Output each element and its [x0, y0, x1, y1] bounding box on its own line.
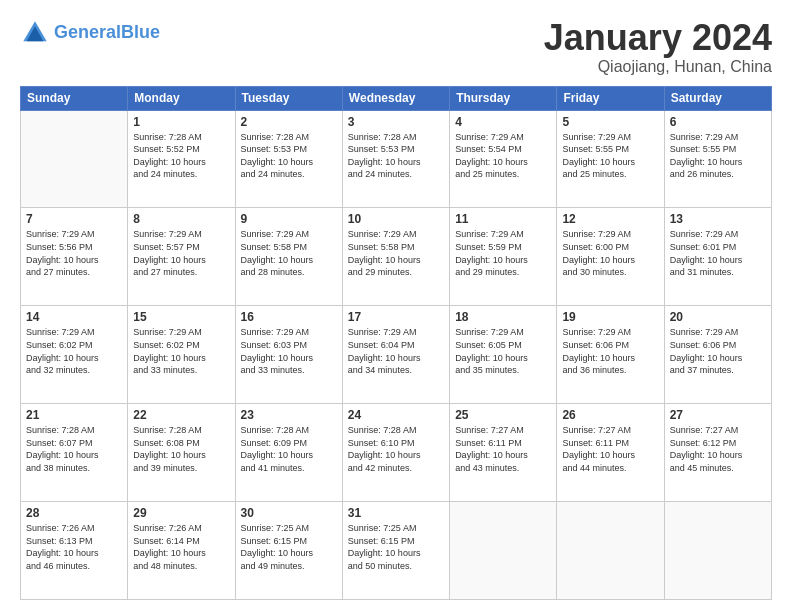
calendar-cell: 7Sunrise: 7:29 AM Sunset: 5:56 PM Daylig… [21, 208, 128, 306]
calendar-cell: 20Sunrise: 7:29 AM Sunset: 6:06 PM Dayli… [664, 306, 771, 404]
calendar-week-row: 7Sunrise: 7:29 AM Sunset: 5:56 PM Daylig… [21, 208, 772, 306]
day-number: 11 [455, 212, 551, 226]
calendar-cell: 21Sunrise: 7:28 AM Sunset: 6:07 PM Dayli… [21, 404, 128, 502]
day-info: Sunrise: 7:27 AM Sunset: 6:11 PM Dayligh… [562, 424, 658, 474]
day-info: Sunrise: 7:29 AM Sunset: 5:56 PM Dayligh… [26, 228, 122, 278]
day-number: 4 [455, 115, 551, 129]
day-info: Sunrise: 7:26 AM Sunset: 6:14 PM Dayligh… [133, 522, 229, 572]
header: GeneralBlue January 2024 Qiaojiang, Huna… [20, 18, 772, 76]
day-number: 8 [133, 212, 229, 226]
day-info: Sunrise: 7:28 AM Sunset: 5:53 PM Dayligh… [348, 131, 444, 181]
calendar-cell: 10Sunrise: 7:29 AM Sunset: 5:58 PM Dayli… [342, 208, 449, 306]
day-info: Sunrise: 7:29 AM Sunset: 6:01 PM Dayligh… [670, 228, 766, 278]
logo: GeneralBlue [20, 18, 160, 48]
day-info: Sunrise: 7:29 AM Sunset: 6:04 PM Dayligh… [348, 326, 444, 376]
logo-icon [20, 18, 50, 48]
day-number: 18 [455, 310, 551, 324]
day-info: Sunrise: 7:27 AM Sunset: 6:11 PM Dayligh… [455, 424, 551, 474]
calendar-cell: 16Sunrise: 7:29 AM Sunset: 6:03 PM Dayli… [235, 306, 342, 404]
day-number: 28 [26, 506, 122, 520]
calendar-cell: 11Sunrise: 7:29 AM Sunset: 5:59 PM Dayli… [450, 208, 557, 306]
calendar-cell: 25Sunrise: 7:27 AM Sunset: 6:11 PM Dayli… [450, 404, 557, 502]
calendar-cell: 17Sunrise: 7:29 AM Sunset: 6:04 PM Dayli… [342, 306, 449, 404]
calendar-cell: 29Sunrise: 7:26 AM Sunset: 6:14 PM Dayli… [128, 502, 235, 600]
calendar-cell: 27Sunrise: 7:27 AM Sunset: 6:12 PM Dayli… [664, 404, 771, 502]
day-info: Sunrise: 7:29 AM Sunset: 5:58 PM Dayligh… [348, 228, 444, 278]
day-info: Sunrise: 7:28 AM Sunset: 6:10 PM Dayligh… [348, 424, 444, 474]
day-number: 25 [455, 408, 551, 422]
day-number: 21 [26, 408, 122, 422]
calendar-cell: 30Sunrise: 7:25 AM Sunset: 6:15 PM Dayli… [235, 502, 342, 600]
logo-general: General [54, 22, 121, 42]
day-info: Sunrise: 7:29 AM Sunset: 5:54 PM Dayligh… [455, 131, 551, 181]
day-number: 30 [241, 506, 337, 520]
logo-blue: Blue [121, 22, 160, 42]
day-number: 2 [241, 115, 337, 129]
day-number: 9 [241, 212, 337, 226]
day-header-friday: Friday [557, 86, 664, 110]
day-info: Sunrise: 7:26 AM Sunset: 6:13 PM Dayligh… [26, 522, 122, 572]
day-number: 1 [133, 115, 229, 129]
day-header-tuesday: Tuesday [235, 86, 342, 110]
calendar-cell: 15Sunrise: 7:29 AM Sunset: 6:02 PM Dayli… [128, 306, 235, 404]
calendar-week-row: 28Sunrise: 7:26 AM Sunset: 6:13 PM Dayli… [21, 502, 772, 600]
day-number: 14 [26, 310, 122, 324]
day-info: Sunrise: 7:29 AM Sunset: 6:06 PM Dayligh… [670, 326, 766, 376]
logo-text: GeneralBlue [54, 23, 160, 43]
day-info: Sunrise: 7:25 AM Sunset: 6:15 PM Dayligh… [241, 522, 337, 572]
day-number: 19 [562, 310, 658, 324]
calendar-cell: 14Sunrise: 7:29 AM Sunset: 6:02 PM Dayli… [21, 306, 128, 404]
calendar-cell [557, 502, 664, 600]
day-header-monday: Monday [128, 86, 235, 110]
calendar-week-row: 14Sunrise: 7:29 AM Sunset: 6:02 PM Dayli… [21, 306, 772, 404]
calendar-cell: 19Sunrise: 7:29 AM Sunset: 6:06 PM Dayli… [557, 306, 664, 404]
day-number: 5 [562, 115, 658, 129]
day-header-saturday: Saturday [664, 86, 771, 110]
calendar-header-row: SundayMondayTuesdayWednesdayThursdayFrid… [21, 86, 772, 110]
day-number: 6 [670, 115, 766, 129]
day-number: 26 [562, 408, 658, 422]
day-info: Sunrise: 7:29 AM Sunset: 6:05 PM Dayligh… [455, 326, 551, 376]
day-info: Sunrise: 7:28 AM Sunset: 6:07 PM Dayligh… [26, 424, 122, 474]
day-info: Sunrise: 7:28 AM Sunset: 6:09 PM Dayligh… [241, 424, 337, 474]
day-info: Sunrise: 7:25 AM Sunset: 6:15 PM Dayligh… [348, 522, 444, 572]
day-info: Sunrise: 7:29 AM Sunset: 6:00 PM Dayligh… [562, 228, 658, 278]
calendar-week-row: 1Sunrise: 7:28 AM Sunset: 5:52 PM Daylig… [21, 110, 772, 208]
day-number: 13 [670, 212, 766, 226]
calendar-cell: 8Sunrise: 7:29 AM Sunset: 5:57 PM Daylig… [128, 208, 235, 306]
day-number: 3 [348, 115, 444, 129]
day-number: 17 [348, 310, 444, 324]
day-number: 10 [348, 212, 444, 226]
day-info: Sunrise: 7:29 AM Sunset: 6:06 PM Dayligh… [562, 326, 658, 376]
day-info: Sunrise: 7:29 AM Sunset: 5:55 PM Dayligh… [562, 131, 658, 181]
month-title: January 2024 [544, 18, 772, 58]
day-info: Sunrise: 7:29 AM Sunset: 6:02 PM Dayligh… [133, 326, 229, 376]
location: Qiaojiang, Hunan, China [544, 58, 772, 76]
calendar-cell: 23Sunrise: 7:28 AM Sunset: 6:09 PM Dayli… [235, 404, 342, 502]
calendar-cell: 4Sunrise: 7:29 AM Sunset: 5:54 PM Daylig… [450, 110, 557, 208]
day-header-wednesday: Wednesday [342, 86, 449, 110]
day-info: Sunrise: 7:29 AM Sunset: 5:58 PM Dayligh… [241, 228, 337, 278]
day-number: 7 [26, 212, 122, 226]
calendar-cell: 9Sunrise: 7:29 AM Sunset: 5:58 PM Daylig… [235, 208, 342, 306]
day-number: 29 [133, 506, 229, 520]
calendar-cell: 26Sunrise: 7:27 AM Sunset: 6:11 PM Dayli… [557, 404, 664, 502]
calendar-cell: 6Sunrise: 7:29 AM Sunset: 5:55 PM Daylig… [664, 110, 771, 208]
day-info: Sunrise: 7:29 AM Sunset: 5:57 PM Dayligh… [133, 228, 229, 278]
day-header-sunday: Sunday [21, 86, 128, 110]
calendar-cell: 12Sunrise: 7:29 AM Sunset: 6:00 PM Dayli… [557, 208, 664, 306]
calendar-cell: 13Sunrise: 7:29 AM Sunset: 6:01 PM Dayli… [664, 208, 771, 306]
calendar-cell [21, 110, 128, 208]
day-number: 31 [348, 506, 444, 520]
calendar-cell: 22Sunrise: 7:28 AM Sunset: 6:08 PM Dayli… [128, 404, 235, 502]
calendar-cell: 24Sunrise: 7:28 AM Sunset: 6:10 PM Dayli… [342, 404, 449, 502]
day-header-thursday: Thursday [450, 86, 557, 110]
calendar-cell: 5Sunrise: 7:29 AM Sunset: 5:55 PM Daylig… [557, 110, 664, 208]
calendar-cell: 28Sunrise: 7:26 AM Sunset: 6:13 PM Dayli… [21, 502, 128, 600]
day-number: 23 [241, 408, 337, 422]
calendar-cell: 2Sunrise: 7:28 AM Sunset: 5:53 PM Daylig… [235, 110, 342, 208]
day-info: Sunrise: 7:28 AM Sunset: 5:53 PM Dayligh… [241, 131, 337, 181]
day-info: Sunrise: 7:29 AM Sunset: 5:55 PM Dayligh… [670, 131, 766, 181]
day-number: 24 [348, 408, 444, 422]
calendar-cell: 18Sunrise: 7:29 AM Sunset: 6:05 PM Dayli… [450, 306, 557, 404]
